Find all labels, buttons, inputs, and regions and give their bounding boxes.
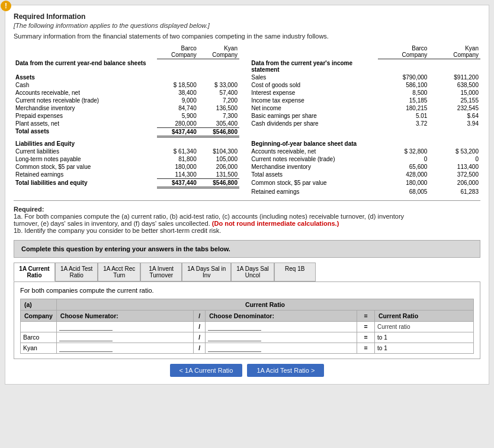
- tax-kyan: 25,155: [429, 97, 480, 104]
- numerator-col-header: Choose Numerator:: [56, 310, 193, 321]
- current-liab-barco: $ 61,340: [157, 148, 198, 155]
- netincome-label: Net income: [249, 104, 377, 112]
- kyan-header-left: KyanCompany: [198, 44, 239, 59]
- beg-assets-barco: 428,000: [378, 171, 429, 179]
- warning-icon: !: [1, 1, 11, 11]
- barco-header-left: BarcoCompany: [157, 44, 198, 59]
- barco-denominator-input[interactable]: [208, 334, 261, 341]
- next-button[interactable]: 1A Acid Test Ratio >: [247, 364, 324, 377]
- ar-label: Accounts receivable, net: [14, 89, 157, 97]
- tax-label: Income tax expense: [249, 97, 377, 104]
- req-1b-text: 1b. Identify the company you consider to…: [14, 227, 221, 234]
- income-statement-header: Data from the current year's income stat…: [249, 59, 377, 73]
- total-liab-barco: $437,440: [157, 179, 198, 188]
- barco-denominator-cell[interactable]: [206, 332, 357, 343]
- kyan-result-label: to 1: [377, 345, 387, 351]
- sales-barco: $790,000: [378, 73, 429, 81]
- beg-ar-barco: $ 32,800: [378, 148, 429, 155]
- kyan-denominator-input[interactable]: [208, 344, 261, 352]
- tab-1a-invent[interactable]: 1A InventTurnover: [140, 263, 182, 281]
- retained-label: Retained earnings: [14, 171, 157, 179]
- lt-notes-barco: 81,800: [157, 155, 198, 163]
- current-ratio-label: Current ratio: [377, 324, 410, 330]
- current-liab-kyan: $104,300: [198, 148, 239, 155]
- numerator-input-header[interactable]: [56, 321, 193, 332]
- interest-label: Interest expense: [249, 89, 377, 97]
- tab-req1b[interactable]: Req 1B: [274, 263, 316, 281]
- beg-ar-label: Accounts receivable, net: [249, 148, 377, 155]
- barco-numerator-cell[interactable]: [56, 332, 193, 343]
- barco-result-cell: to 1: [375, 332, 474, 343]
- kyan-result-cell: to 1: [375, 343, 474, 353]
- section-title: Required Information: [14, 12, 480, 21]
- main-card: ! Required Information [The following in…: [5, 5, 489, 385]
- tab-1a-current[interactable]: 1A CurrentRatio: [14, 263, 55, 281]
- liab-equity-label: Liabilities and Equity: [14, 140, 157, 148]
- company-col-header: Company: [21, 310, 57, 321]
- req-1a-text: 1a. For both companies compute the (a) c…: [14, 213, 404, 227]
- common-stock-kyan: 206,000: [198, 163, 239, 171]
- beg-ar-kyan: $ 53,200: [429, 148, 480, 155]
- prev-button[interactable]: < 1A Current Ratio: [170, 364, 243, 377]
- beg-inv-barco: 65,600: [378, 163, 429, 171]
- beg-common-label: Common stock, $5 par value: [249, 179, 377, 188]
- total-liab-label: Total liabilities and equity: [14, 179, 157, 188]
- beg-common-barco: 180,000: [378, 179, 429, 188]
- barco-numerator-input[interactable]: [59, 334, 113, 341]
- common-stock-barco: 180,000: [157, 163, 198, 171]
- kyan-numerator-cell[interactable]: [56, 343, 193, 353]
- result-col-header: Current Ratio: [375, 310, 474, 321]
- dividends-kyan: 3.94: [429, 120, 480, 128]
- dividends-barco: 3.72: [378, 120, 429, 128]
- tax-barco: 15,185: [378, 97, 429, 104]
- interest-kyan: 15,000: [429, 89, 480, 97]
- tab-1a-acct[interactable]: 1A Acct RecTurn: [98, 263, 140, 281]
- current-ratio-header: Current Ratio: [56, 299, 473, 310]
- total-assets-kyan: $546,800: [198, 127, 239, 136]
- tab-1a-days-uncol[interactable]: 1A Days SalUncol: [231, 263, 274, 281]
- cash-label: Cash: [14, 81, 157, 89]
- kyan-row: Kyan / = to 1: [21, 343, 474, 353]
- slash-header: /: [194, 321, 206, 332]
- denominator-input-header[interactable]: [206, 321, 357, 332]
- netincome-kyan: 232,545: [429, 104, 480, 112]
- complete-box: Complete this question by entering your …: [14, 240, 480, 258]
- retained-barco: 114,300: [157, 171, 198, 179]
- tab-1a-days-sal[interactable]: 1A Days Sal inInv: [182, 263, 231, 281]
- tab-1a-acid[interactable]: 1A Acid TestRatio: [55, 263, 98, 281]
- beg-common-kyan: 206,000: [429, 179, 480, 188]
- current-liab-label: Current liabilities: [14, 148, 157, 155]
- kyan-header-right: KyanCompany: [429, 44, 480, 59]
- inventory-kyan: 136,500: [198, 104, 239, 112]
- cogs-kyan: 638,500: [429, 81, 480, 89]
- equals-header: =: [357, 321, 375, 332]
- beg-retained-label: Retained earnings: [249, 188, 377, 196]
- prepaid-barco: 5,900: [157, 112, 198, 120]
- total-assets-barco: $437,440: [157, 127, 198, 136]
- kyan-company-cell: Kyan: [21, 343, 57, 353]
- kyan-numerator-input[interactable]: [59, 344, 113, 352]
- ar-barco: 38,400: [157, 89, 198, 97]
- denominator-col-header: Choose Denominator:: [206, 310, 357, 321]
- sales-kyan: $911,200: [429, 73, 480, 81]
- section-desc: Summary information from the financial s…: [14, 33, 480, 40]
- tab-description: For both companies compute the current r…: [20, 287, 474, 294]
- cogs-barco: 586,100: [378, 81, 429, 89]
- ratio-table: (a) Current Ratio Company Choose Numerat…: [20, 299, 474, 354]
- kyan-denominator-cell[interactable]: [206, 343, 357, 353]
- inventory-label: Merchandise inventory: [14, 104, 157, 112]
- divider1: [14, 200, 480, 201]
- barco-result-label: to 1: [377, 334, 387, 341]
- cash-barco: $ 18,500: [157, 81, 198, 89]
- prepaid-kyan: 7,300: [198, 112, 239, 120]
- eps-kyan: $.64: [429, 112, 480, 120]
- equals-col-header: =: [357, 310, 375, 321]
- denominator-header-input[interactable]: [208, 323, 261, 331]
- required-section: Required: 1a. For both companies compute…: [14, 206, 480, 234]
- cnr-label: Current notes receivable (trade): [14, 97, 157, 104]
- balance-sheet-header: Data from the current year-end balance s…: [14, 59, 157, 73]
- barco-company-cell: Barco: [21, 332, 57, 343]
- kyan-slash: /: [194, 343, 206, 353]
- numerator-header-input[interactable]: [59, 323, 113, 331]
- col-a-header: (a): [21, 299, 57, 310]
